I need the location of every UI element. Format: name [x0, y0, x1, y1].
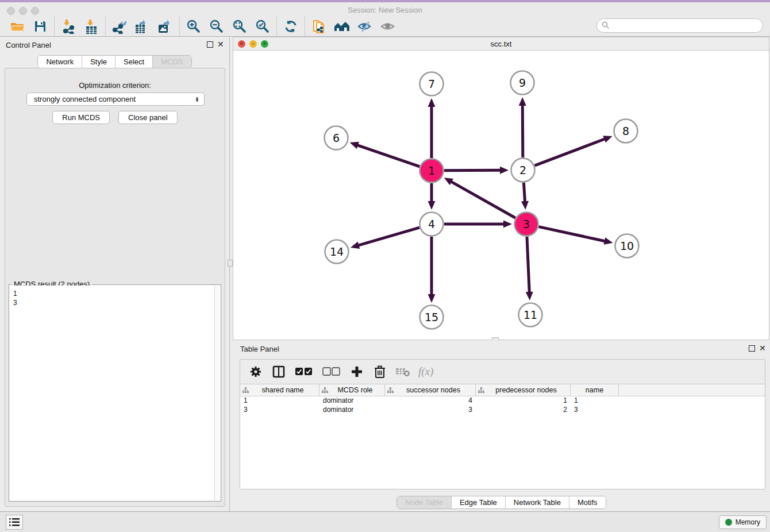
- edge-arrowhead: [521, 201, 529, 210]
- graph-node-label: 2: [519, 164, 526, 176]
- table-row[interactable]: 1 dominator 4 1 1: [240, 396, 765, 406]
- tab-mcds[interactable]: MCDS: [153, 56, 191, 68]
- column-type-icon: [478, 387, 484, 394]
- search-input[interactable]: [596, 18, 763, 33]
- column-header-shared-name[interactable]: shared name: [240, 384, 319, 396]
- float-panel-icon[interactable]: [207, 41, 213, 48]
- show-all-button[interactable]: [376, 17, 399, 36]
- tab-edge-table[interactable]: Edge Table: [452, 496, 506, 508]
- column-header-mcds-role[interactable]: MCDS role: [319, 384, 385, 396]
- table-settings-button[interactable]: [248, 364, 263, 379]
- export-table-icon: [134, 19, 151, 34]
- zoom-selected-button[interactable]: [251, 17, 274, 36]
- select-all-button[interactable]: [294, 364, 314, 379]
- close-panel-icon[interactable]: ✕: [217, 40, 224, 49]
- task-history-button[interactable]: [6, 515, 23, 530]
- criterion-dropdown[interactable]: strongly connected component ▲▼: [26, 92, 205, 106]
- network-view-window: ✕ − + scc.txt 7968124314101511: [233, 37, 769, 340]
- network-view-title: scc.txt: [233, 40, 769, 48]
- mcds-result-text[interactable]: 1 3: [10, 286, 214, 500]
- graph-node-label: 4: [428, 218, 435, 230]
- list-icon: [9, 518, 20, 526]
- table-float-icon[interactable]: [749, 345, 755, 352]
- edge-4-14[interactable]: [357, 228, 419, 245]
- edge-arrowhead: [428, 98, 436, 107]
- add-column-button[interactable]: [349, 364, 364, 379]
- export-table-button[interactable]: [131, 17, 154, 36]
- export-network-button[interactable]: [108, 17, 131, 36]
- eye-icon: [380, 20, 396, 33]
- zoom-out-button[interactable]: [205, 17, 228, 36]
- open-session-button[interactable]: [6, 17, 29, 36]
- table-close-icon[interactable]: ✕: [759, 344, 766, 353]
- import-table-button[interactable]: [80, 17, 103, 36]
- edge-2-3[interactable]: [523, 183, 525, 202]
- main-titlebar: Session: New Session: [0, 2, 770, 16]
- gear-icon: [249, 365, 262, 378]
- zoom-fit-button[interactable]: [228, 17, 251, 36]
- column-header-predecessor-nodes[interactable]: predecessor nodes: [476, 384, 571, 396]
- memory-label: Memory: [736, 518, 760, 526]
- split-panel-button[interactable]: [271, 364, 286, 379]
- edge-3-10[interactable]: [538, 227, 605, 241]
- deselect-all-button[interactable]: [322, 364, 341, 379]
- tab-select[interactable]: Select: [116, 56, 153, 68]
- network-titlebar[interactable]: ✕ − + scc.txt: [233, 37, 769, 51]
- refresh-button[interactable]: [279, 17, 302, 36]
- function-builder-button[interactable]: f(x): [418, 365, 433, 378]
- edge-arrowhead: [519, 97, 526, 106]
- status-bar: Memory: [0, 511, 770, 532]
- edge-arrowhead: [428, 201, 436, 210]
- two-houses-icon: [333, 20, 351, 33]
- tab-network[interactable]: Network: [38, 56, 82, 68]
- export-image-button[interactable]: [154, 17, 177, 36]
- result-scrollbar[interactable]: [214, 286, 220, 500]
- save-session-button[interactable]: [29, 17, 52, 36]
- trash-icon: [374, 365, 386, 378]
- close-panel-button[interactable]: Close panel: [118, 111, 178, 124]
- edge-3-11[interactable]: [527, 237, 529, 293]
- hide-selected-button[interactable]: [353, 17, 376, 36]
- memory-button[interactable]: Memory: [719, 515, 767, 529]
- import-network-button[interactable]: [57, 17, 80, 36]
- import-network-icon: [61, 19, 76, 34]
- tab-motifs[interactable]: Motifs: [569, 496, 606, 508]
- clone-network-icon: [311, 18, 326, 34]
- refresh-icon: [283, 19, 298, 34]
- run-mcds-button[interactable]: Run MCDS: [52, 111, 110, 124]
- edge-2-8[interactable]: [535, 138, 606, 165]
- main-toolbar: [0, 16, 770, 37]
- table-panel: Table Panel ✕: [233, 340, 770, 511]
- edge-1-6[interactable]: [357, 145, 419, 167]
- tab-node-table[interactable]: Node Table: [397, 496, 452, 508]
- edge-arrowhead: [351, 242, 360, 249]
- dropdown-stepper-icon: ▲▼: [195, 97, 199, 102]
- zoom-in-icon: [186, 19, 201, 34]
- table-row[interactable]: 3 dominator 3 2 3: [240, 406, 765, 415]
- graph-node-label: 9: [519, 76, 526, 89]
- clone-network-button[interactable]: [307, 17, 330, 36]
- toolbar-separator: [276, 17, 277, 36]
- toolbar-separator: [305, 17, 305, 36]
- tab-network-table[interactable]: Network Table: [506, 496, 569, 508]
- first-neighbors-button[interactable]: [330, 17, 353, 36]
- zoom-out-icon: [209, 19, 224, 34]
- column-header-successor-nodes[interactable]: successor nodes: [385, 384, 476, 396]
- zoom-fit-icon: [232, 19, 247, 34]
- edge-arrowhead: [350, 142, 359, 149]
- delete-column-button[interactable]: [372, 364, 387, 379]
- application-window: Session: New Session: [0, 0, 770, 532]
- zoom-in-button[interactable]: [182, 17, 205, 36]
- zoom-selected-icon: [255, 19, 270, 34]
- graph-node-label: 14: [330, 245, 344, 258]
- vertical-split-handle[interactable]: [228, 260, 233, 267]
- edge-3-1[interactable]: [451, 182, 515, 218]
- split-panel-icon: [272, 365, 285, 378]
- network-canvas[interactable]: 7968124314101511: [233, 51, 769, 340]
- edge-1-2[interactable]: [444, 170, 501, 171]
- mcds-result-groupbox: MCDS result (2 nodes) 1 3: [9, 284, 221, 502]
- delete-table-button[interactable]: [395, 364, 410, 379]
- edge-2-9[interactable]: [522, 105, 523, 157]
- column-header-name[interactable]: name: [571, 384, 619, 396]
- tab-style[interactable]: Style: [82, 56, 116, 68]
